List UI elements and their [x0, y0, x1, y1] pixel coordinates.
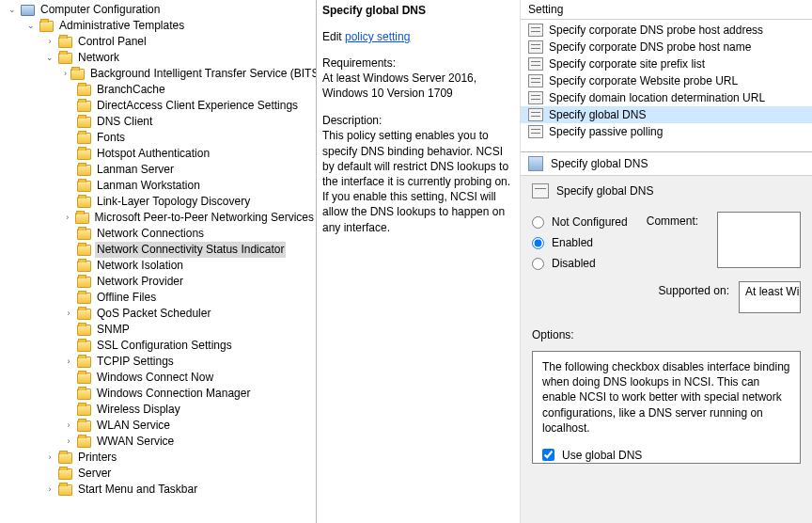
- tree-node[interactable]: ›Background Intelligent Transfer Service…: [62, 66, 316, 82]
- tree-node[interactable]: ›BranchCache: [62, 82, 316, 98]
- tree-node[interactable]: ›Network Isolation: [62, 258, 316, 274]
- use-global-dns-checkbox[interactable]: Use global DNS: [542, 445, 790, 464]
- supported-on-value: At least Windows Server 2016, Windows 10…: [739, 281, 801, 313]
- tree-node[interactable]: ›Lanman Workstation: [62, 178, 316, 194]
- policy-dialog: Specify global DNS Specify global DNS No…: [521, 151, 812, 523]
- expand-icon[interactable]: ›: [64, 214, 71, 223]
- navigation-tree[interactable]: ⌄ Computer Configuration ⌄ Administrativ…: [0, 2, 316, 498]
- setting-item[interactable]: Specify corporate Website probe URL: [521, 72, 812, 89]
- folder-icon: [77, 165, 91, 176]
- tree-node[interactable]: ›WLAN Service: [62, 418, 316, 434]
- supported-on-row: Supported on: At least Windows Server 20…: [532, 281, 801, 313]
- expand-icon[interactable]: ›: [64, 309, 73, 319]
- tree-node[interactable]: ›Lanman Server: [62, 162, 316, 178]
- folder-icon: [77, 388, 91, 400]
- policy-icon: [528, 24, 543, 37]
- tree-node[interactable]: ›TCPIP Settings: [62, 354, 316, 370]
- tree-node[interactable]: ›SNMP: [62, 322, 316, 338]
- dialog-app-icon: [528, 156, 543, 171]
- tree-node[interactable]: ›Wireless Display: [62, 402, 316, 418]
- radio-disabled[interactable]: Disabled: [532, 253, 628, 274]
- radio-enabled-input[interactable]: [532, 237, 544, 249]
- tree-node[interactable]: ›SSL Configuration Settings: [62, 338, 316, 354]
- tree-node-server[interactable]: › Server: [43, 466, 316, 482]
- tree-label: WLAN Service: [95, 418, 172, 434]
- use-global-dns-checkbox-input[interactable]: [542, 449, 554, 461]
- dialog-body: Not Configured Enabled Disabled Comment:: [521, 206, 812, 523]
- tree-node[interactable]: ›Fonts: [62, 130, 316, 146]
- tree-node[interactable]: ›Network Provider: [62, 274, 316, 290]
- radio-enabled[interactable]: Enabled: [532, 232, 628, 253]
- config-row: Not Configured Enabled Disabled Comment:: [532, 212, 801, 274]
- policy-icon: [528, 91, 543, 104]
- tree-node-printers[interactable]: › Printers: [43, 450, 316, 466]
- radio-label: Disabled: [552, 257, 596, 270]
- tree-node[interactable]: ›Windows Connection Manager: [62, 386, 316, 402]
- radio-not-configured-input[interactable]: [532, 216, 544, 229]
- tree-label: Wireless Display: [95, 402, 182, 418]
- tree-node[interactable]: ›DirectAccess Client Experience Settings: [62, 98, 316, 114]
- folder-icon: [75, 213, 89, 224]
- comment-textbox[interactable]: [717, 212, 801, 268]
- expand-icon[interactable]: ›: [64, 70, 67, 79]
- policy-icon: [528, 125, 543, 138]
- edit-line: Edit policy setting: [322, 30, 514, 43]
- tree-label: Hotspot Authentication: [95, 146, 211, 162]
- settings-list[interactable]: Specify corporate DNS probe host address…: [521, 20, 812, 142]
- tree-node[interactable]: ›Hotspot Authentication: [62, 146, 316, 162]
- tree-label: SNMP: [95, 322, 132, 338]
- tree-node[interactable]: ›Offline Files: [62, 290, 316, 306]
- expand-icon[interactable]: ›: [64, 421, 73, 431]
- tree-node[interactable]: ›Microsoft Peer-to-Peer Networking Servi…: [62, 210, 316, 226]
- expand-icon[interactable]: ›: [45, 453, 55, 463]
- setting-item[interactable]: Specify corporate DNS probe host address: [521, 22, 812, 39]
- expand-icon[interactable]: ›: [64, 357, 73, 367]
- radio-disabled-input[interactable]: [532, 258, 544, 270]
- tree-node[interactable]: ›Network Connectivity Status Indicator: [62, 242, 316, 258]
- tree-node[interactable]: ›WWAN Service: [62, 434, 316, 450]
- tree-node[interactable]: ›Network Connections: [62, 226, 316, 242]
- radio-not-configured[interactable]: Not Configured: [532, 212, 628, 232]
- tree-label: Offline Files: [95, 290, 158, 306]
- right-pane: Setting Specify corporate DNS probe host…: [521, 0, 812, 523]
- tree-label: Network Provider: [95, 274, 185, 290]
- tree-node[interactable]: ›Windows Connect Now: [62, 370, 316, 386]
- folder-icon: [77, 85, 91, 96]
- tree-node-control-panel[interactable]: › Control Panel: [43, 34, 316, 50]
- folder-icon: [77, 404, 91, 416]
- tree-node-start-menu[interactable]: › Start Menu and Taskbar: [43, 482, 316, 498]
- collapse-icon[interactable]: ⌄: [26, 22, 36, 31]
- dialog-titlebar[interactable]: Specify global DNS: [521, 152, 812, 176]
- tree-label: Network Connectivity Status Indicator: [95, 242, 286, 258]
- computer-icon: [21, 5, 35, 16]
- tree-node-network[interactable]: ⌄ Network: [43, 50, 316, 66]
- options-label: Options:: [532, 328, 801, 341]
- setting-label: Specify corporate DNS probe host address: [549, 24, 763, 37]
- tree-node-computer-configuration[interactable]: ⌄ Computer Configuration: [6, 2, 316, 18]
- options-description: The following checkbox disables interfac…: [542, 359, 790, 436]
- folder-icon: [39, 21, 54, 32]
- folder-icon: [77, 229, 91, 240]
- setting-item[interactable]: Specify global DNS: [521, 106, 812, 123]
- folder-icon: [58, 452, 72, 464]
- setting-item[interactable]: Specify corporate site prefix list: [521, 55, 812, 72]
- checkbox-label: Use global DNS: [562, 449, 642, 462]
- folder-icon: [77, 341, 91, 352]
- tree-node[interactable]: ›DNS Client: [62, 114, 316, 130]
- expand-icon[interactable]: ›: [45, 485, 55, 495]
- folder-icon: [70, 69, 85, 80]
- tree-label: Network: [76, 50, 121, 66]
- setting-item[interactable]: Specify passive polling: [521, 123, 812, 140]
- collapse-icon[interactable]: ⌄: [8, 6, 17, 15]
- tree-node[interactable]: ›QoS Packet Scheduler: [62, 306, 316, 322]
- setting-item[interactable]: Specify domain location determination UR…: [521, 89, 812, 106]
- tree-node[interactable]: ›Link-Layer Topology Discovery: [62, 194, 316, 210]
- tree-label: Network Isolation: [95, 258, 185, 274]
- policy-setting-link[interactable]: policy setting: [345, 30, 410, 43]
- settings-column-header[interactable]: Setting: [521, 0, 812, 20]
- expand-icon[interactable]: ›: [64, 437, 73, 447]
- collapse-icon[interactable]: ⌄: [45, 54, 55, 63]
- tree-node-admin-templates[interactable]: ⌄ Administrative Templates: [24, 18, 316, 34]
- setting-item[interactable]: Specify corporate DNS probe host name: [521, 39, 812, 55]
- expand-icon[interactable]: ›: [45, 38, 55, 47]
